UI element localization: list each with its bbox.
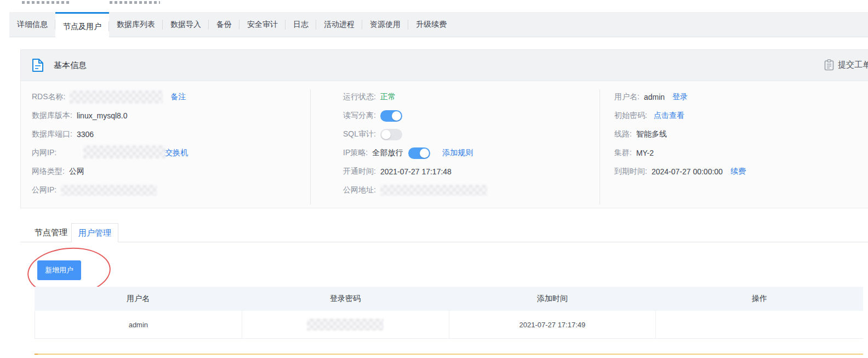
view-password-link[interactable]: 点击查看 xyxy=(654,111,684,121)
expire-time-value: 2024-07-27 00:00:00 xyxy=(652,167,723,176)
column-divider xyxy=(310,89,311,204)
table-row: admin 2021-07-27 17:17:49 xyxy=(35,311,863,339)
field-public-address: 公网地址: xyxy=(343,184,487,197)
field-label: 集群: xyxy=(614,148,632,158)
db-version-value: linux_mysql8.0 xyxy=(77,111,128,120)
field-rds-name: RDS名称: 备注 xyxy=(32,90,186,104)
redacted-public-address xyxy=(380,185,487,196)
warning-box-clipped-edge xyxy=(35,354,863,355)
cluster-value: MY-2 xyxy=(636,149,654,157)
field-label: 读写分离: xyxy=(343,111,376,121)
subtab-node-management[interactable]: 节点管理 xyxy=(35,228,67,238)
redacted-rds-name xyxy=(70,90,163,104)
basic-info-header: 基本信息 提交工单 xyxy=(21,50,868,81)
db-port-value: 3306 xyxy=(77,130,94,139)
username-value: admin xyxy=(644,93,665,101)
redacted-password xyxy=(307,319,384,331)
field-db-port: 数据库端口: 3306 xyxy=(32,128,94,141)
field-label: 数据库端口: xyxy=(32,129,72,139)
field-rw-split: 读写分离: xyxy=(343,109,402,122)
column-divider xyxy=(599,89,600,204)
tab-database-list[interactable]: 数据库列表 xyxy=(109,12,163,37)
basic-info-title-label: 基本信息 xyxy=(54,60,87,71)
tab-backup[interactable]: 备份 xyxy=(209,12,239,37)
field-cluster: 集群: MY-2 xyxy=(614,146,654,160)
field-network-type: 网络类型: 公网 xyxy=(32,165,84,178)
field-label: 初始密码: xyxy=(614,111,647,121)
toggle-read-write-split[interactable] xyxy=(380,110,402,122)
users-table: 用户名 登录密码 添加时间 操作 admin 2021-07-27 17:17:… xyxy=(35,287,863,339)
redacted-public-ip xyxy=(61,185,157,196)
cell-added-time: 2021-07-27 17:17:49 xyxy=(449,311,656,338)
toggle-ip-policy[interactable] xyxy=(408,147,430,159)
document-icon xyxy=(31,58,45,72)
field-label: SQL审计: xyxy=(343,129,376,139)
field-intranet-ip: 内网IP: 添加虚拟交换机 xyxy=(32,146,188,160)
line-value: 智能多线 xyxy=(636,129,667,139)
field-label: 线路: xyxy=(614,129,632,139)
field-line: 线路: 智能多线 xyxy=(614,128,667,141)
field-db-version: 数据库版本: linux_mysql8.0 xyxy=(32,109,128,122)
field-ip-policy: IP策略: 全部放行 添加规则 xyxy=(343,146,473,160)
users-table-header: 用户名 登录密码 添加时间 操作 xyxy=(35,287,863,311)
redacted-intranet-ip xyxy=(83,145,165,158)
field-label: 网络类型: xyxy=(32,167,65,177)
remark-link[interactable]: 备注 xyxy=(170,92,186,102)
toggle-sql-audit[interactable] xyxy=(380,129,402,140)
field-label: 内网IP: xyxy=(32,148,56,158)
network-type-value: 公网 xyxy=(69,167,84,177)
field-open-time: 开通时间: 2021-07-27 17:17:48 xyxy=(343,165,452,178)
cell-username: admin xyxy=(35,311,242,338)
field-label: 数据库版本: xyxy=(32,111,72,121)
field-username: 用户名: admin 登录 xyxy=(614,90,688,104)
cell-actions xyxy=(656,311,863,338)
breadcrumb-clipped-text xyxy=(22,1,69,4)
toggle-knob xyxy=(381,130,391,139)
field-label: 用户名: xyxy=(614,92,639,102)
toggle-knob xyxy=(420,149,429,158)
basic-info-panel: 基本信息 提交工单 RDS名称: 备注 xyxy=(20,49,868,208)
field-label: 到期时间: xyxy=(614,167,647,177)
submit-ticket-button[interactable]: 提交工单 xyxy=(824,59,868,71)
col-header-actions: 操作 xyxy=(656,287,863,311)
field-label: 运行状态: xyxy=(343,92,376,102)
tab-active-processes[interactable]: 活动进程 xyxy=(316,12,362,37)
col-header-added-time: 添加时间 xyxy=(449,287,656,311)
col-header-username: 用户名 xyxy=(35,287,242,311)
basic-info-title: 基本信息 xyxy=(31,58,87,72)
field-public-ip: 公网IP: xyxy=(32,184,157,197)
field-label: 开通时间: xyxy=(343,167,376,177)
add-rule-link[interactable]: 添加规则 xyxy=(442,148,473,158)
rds-console-page: 详细信息 节点及用户 数据库列表 数据导入 备份 安全审计 日志 活动进程 资源… xyxy=(0,0,868,358)
tab-logs[interactable]: 日志 xyxy=(285,12,316,37)
tab-detail-info[interactable]: 详细信息 xyxy=(9,12,55,37)
field-run-status: 运行状态: 正常 xyxy=(343,90,396,104)
field-expire-time: 到期时间: 2024-07-27 00:00:00 续费 xyxy=(614,165,746,178)
field-label: 公网地址: xyxy=(343,185,376,195)
toggle-knob xyxy=(392,111,401,121)
cell-login-password xyxy=(242,311,449,338)
field-label: IP策略: xyxy=(343,148,368,158)
tab-nodes-and-users[interactable]: 节点及用户 xyxy=(55,12,109,39)
field-sql-audit: SQL审计: xyxy=(343,128,402,141)
clipboard-icon xyxy=(824,59,834,71)
open-time-value: 2021-07-27 17:17:48 xyxy=(380,167,452,176)
tab-upgrade-renew[interactable]: 升级续费 xyxy=(408,12,454,37)
subtab-user-management[interactable]: 用户管理 xyxy=(71,223,118,242)
renew-link[interactable]: 续费 xyxy=(730,167,746,177)
tab-resource-usage[interactable]: 资源使用 xyxy=(362,12,408,37)
top-tab-bar: 详细信息 节点及用户 数据库列表 数据导入 备份 安全审计 日志 活动进程 资源… xyxy=(9,12,868,37)
ip-policy-value: 全部放行 xyxy=(372,148,403,158)
field-init-password: 初始密码: 点击查看 xyxy=(614,109,684,122)
col-header-login-password: 登录密码 xyxy=(242,287,449,311)
subtab-divider-line xyxy=(20,242,868,242)
tab-data-import[interactable]: 数据导入 xyxy=(163,12,209,37)
add-user-button[interactable]: 新增用户 xyxy=(37,260,81,280)
login-link[interactable]: 登录 xyxy=(672,92,688,102)
field-label: RDS名称: xyxy=(32,92,65,102)
submit-ticket-label: 提交工单 xyxy=(838,60,868,70)
breadcrumb-clipped-text xyxy=(110,1,160,4)
run-status-value: 正常 xyxy=(380,92,396,102)
tab-security-audit[interactable]: 安全审计 xyxy=(239,12,285,37)
field-label: 公网IP: xyxy=(32,185,56,195)
